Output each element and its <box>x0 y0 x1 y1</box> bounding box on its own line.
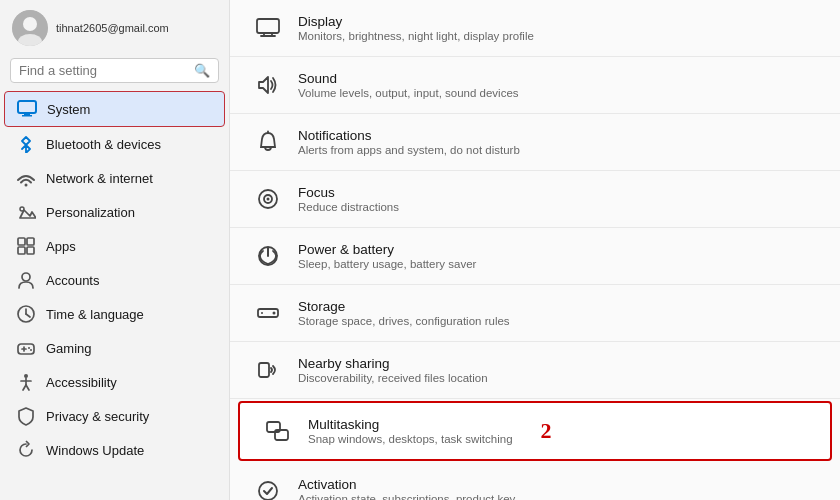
notifications-title: Notifications <box>298 128 520 143</box>
sidebar-item-privacy[interactable]: Privacy & security <box>4 399 225 433</box>
search-icon: 🔍 <box>194 63 210 78</box>
avatar <box>12 10 48 46</box>
svg-rect-10 <box>18 247 25 254</box>
settings-text-activation: Activation Activation state, subscriptio… <box>298 477 515 500</box>
svg-rect-40 <box>259 363 269 377</box>
focus-title: Focus <box>298 185 399 200</box>
settings-item-activation[interactable]: Activation Activation state, subscriptio… <box>230 463 840 500</box>
sidebar-item-accessibility[interactable]: Accessibility <box>4 365 225 399</box>
svg-point-1 <box>23 17 37 31</box>
sidebar-item-update[interactable]: Windows Update <box>4 433 225 467</box>
settings-item-power[interactable]: Power & battery Sleep, battery usage, ba… <box>230 228 840 285</box>
privacy-icon <box>16 406 36 426</box>
sidebar-item-system[interactable]: System 1 <box>4 91 225 127</box>
sidebar-nav: System 1 Bluetooth & devices Network & i… <box>0 91 229 467</box>
notifications-desc: Alerts from apps and system, do not dist… <box>298 144 520 156</box>
accessibility-icon <box>16 372 36 392</box>
nearby-icon <box>254 356 282 384</box>
sidebar-item-personalization[interactable]: Personalization <box>4 195 225 229</box>
settings-text-notifications: Notifications Alerts from apps and syste… <box>298 128 520 156</box>
sidebar-label-system: System <box>47 102 90 117</box>
bluetooth-icon <box>16 134 36 154</box>
sidebar-label-time: Time & language <box>46 307 144 322</box>
settings-text-storage: Storage Storage space, drives, configura… <box>298 299 510 327</box>
svg-rect-3 <box>18 101 36 113</box>
settings-item-focus[interactable]: Focus Reduce distractions <box>230 171 840 228</box>
search-input[interactable] <box>19 63 188 78</box>
sidebar-item-network[interactable]: Network & internet <box>4 161 225 195</box>
settings-text-focus: Focus Reduce distractions <box>298 185 399 213</box>
update-icon <box>16 440 36 460</box>
app-container: tihnat2605@gmail.com 🔍 System 1 Bluet <box>0 0 840 500</box>
focus-desc: Reduce distractions <box>298 201 399 213</box>
badge-multitasking: 2 <box>541 418 552 444</box>
settings-list: Display Monitors, brightness, night ligh… <box>230 0 840 500</box>
search-bar[interactable]: 🔍 <box>10 58 219 83</box>
sidebar-label-accounts: Accounts <box>46 273 99 288</box>
svg-point-34 <box>267 198 270 201</box>
sidebar-label-update: Windows Update <box>46 443 144 458</box>
sidebar-label-apps: Apps <box>46 239 76 254</box>
storage-desc: Storage space, drives, configuration rul… <box>298 315 510 327</box>
settings-item-multitasking[interactable]: Multitasking Snap windows, desktops, tas… <box>238 401 832 461</box>
nearby-desc: Discoverability, received files location <box>298 372 488 384</box>
svg-line-25 <box>26 385 29 390</box>
svg-marker-30 <box>259 77 268 93</box>
sidebar-label-bluetooth: Bluetooth & devices <box>46 137 161 152</box>
svg-point-39 <box>273 312 276 315</box>
svg-rect-26 <box>257 19 279 33</box>
settings-text-nearby: Nearby sharing Discoverability, received… <box>298 356 488 384</box>
svg-rect-9 <box>27 238 34 245</box>
display-title: Display <box>298 14 534 29</box>
multitasking-icon <box>264 417 292 445</box>
storage-icon <box>254 299 282 327</box>
settings-item-display[interactable]: Display Monitors, brightness, night ligh… <box>230 0 840 57</box>
network-icon <box>16 168 36 188</box>
sidebar-label-accessibility: Accessibility <box>46 375 117 390</box>
svg-point-19 <box>28 347 30 349</box>
settings-item-notifications[interactable]: Notifications Alerts from apps and syste… <box>230 114 840 171</box>
activation-title: Activation <box>298 477 515 492</box>
nearby-title: Nearby sharing <box>298 356 488 371</box>
personalization-icon <box>16 202 36 222</box>
sidebar-item-accounts[interactable]: Accounts <box>4 263 225 297</box>
sidebar-item-gaming[interactable]: Gaming <box>4 331 225 365</box>
sound-desc: Volume levels, output, input, sound devi… <box>298 87 519 99</box>
svg-rect-11 <box>27 247 34 254</box>
sidebar-item-apps[interactable]: Apps <box>4 229 225 263</box>
svg-rect-4 <box>24 113 30 115</box>
settings-text-power: Power & battery Sleep, battery usage, ba… <box>298 242 476 270</box>
svg-point-6 <box>25 184 28 187</box>
sidebar-item-bluetooth[interactable]: Bluetooth & devices <box>4 127 225 161</box>
notifications-icon <box>254 128 282 156</box>
sound-icon <box>254 71 282 99</box>
svg-rect-5 <box>22 115 32 117</box>
multitasking-desc: Snap windows, desktops, task switching <box>308 433 513 445</box>
activation-icon <box>254 477 282 500</box>
sidebar-user: tihnat2605@gmail.com <box>0 0 229 54</box>
sidebar-label-privacy: Privacy & security <box>46 409 149 424</box>
system-icon <box>17 99 37 119</box>
user-email: tihnat2605@gmail.com <box>56 22 169 34</box>
accounts-icon <box>16 270 36 290</box>
multitasking-title: Multitasking <box>308 417 513 432</box>
settings-text-sound: Sound Volume levels, output, input, soun… <box>298 71 519 99</box>
svg-rect-8 <box>18 238 25 245</box>
apps-icon <box>16 236 36 256</box>
power-desc: Sleep, battery usage, battery saver <box>298 258 476 270</box>
power-title: Power & battery <box>298 242 476 257</box>
settings-text-multitasking: Multitasking Snap windows, desktops, tas… <box>308 417 513 445</box>
gaming-icon <box>16 338 36 358</box>
sidebar-item-time[interactable]: Time & language <box>4 297 225 331</box>
settings-item-nearby[interactable]: Nearby sharing Discoverability, received… <box>230 342 840 399</box>
settings-item-storage[interactable]: Storage Storage space, drives, configura… <box>230 285 840 342</box>
activation-desc: Activation state, subscriptions, product… <box>298 493 515 500</box>
display-icon <box>254 14 282 42</box>
sound-title: Sound <box>298 71 519 86</box>
svg-line-15 <box>26 314 30 317</box>
storage-title: Storage <box>298 299 510 314</box>
svg-point-12 <box>22 273 30 281</box>
main-content: Display Monitors, brightness, night ligh… <box>230 0 840 500</box>
svg-point-43 <box>259 482 277 500</box>
settings-item-sound[interactable]: Sound Volume levels, output, input, soun… <box>230 57 840 114</box>
